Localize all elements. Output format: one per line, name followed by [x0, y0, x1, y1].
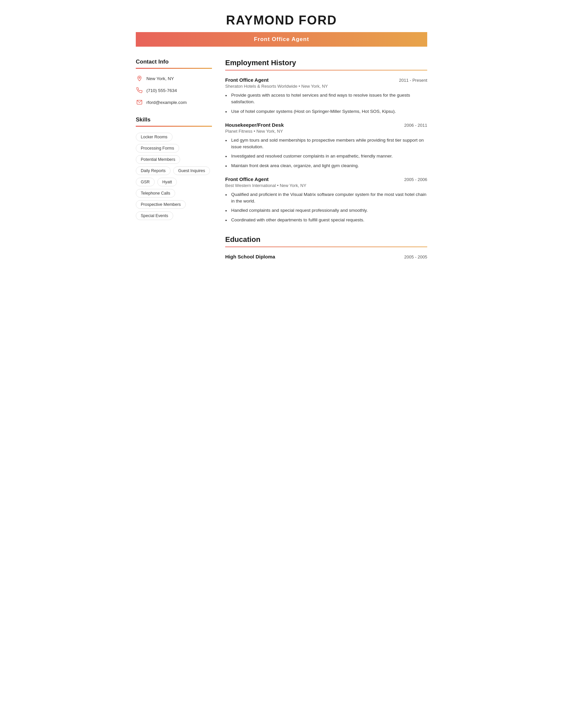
bullet-item: Led gym tours and sold memberships to pr… [225, 137, 427, 151]
skill-tag: Special Events [136, 211, 173, 220]
job-bullets: Qualified and proficient in the Visual M… [225, 191, 427, 223]
contact-phone: (710) 555-7634 [136, 87, 212, 94]
job-company: Best Western International • New York, N… [225, 183, 427, 188]
employment-section: Employment History Front Office Agent201… [225, 59, 427, 223]
skills-divider [136, 126, 212, 127]
skills-section: Skills Locker RoomsProcessing FormsPoten… [136, 116, 212, 220]
edu-date: 2005 - 2005 [404, 254, 427, 259]
job-entry: Housekeeper/Front Desk2006 - 2011Planet … [225, 122, 427, 169]
bullet-item: Qualified and proficient in the Visual M… [225, 191, 427, 205]
education-container: High School Diploma2005 - 2005 [225, 254, 427, 259]
skill-tags-container: Locker RoomsProcessing FormsPotential Me… [136, 133, 212, 220]
job-header: Housekeeper/Front Desk2006 - 2011 [225, 122, 427, 128]
phone-icon [136, 87, 143, 94]
contact-email: rford@example.com [136, 99, 212, 106]
education-divider [225, 247, 427, 247]
job-title: Housekeeper/Front Desk [225, 122, 284, 128]
skill-tag: Daily Reports [136, 166, 170, 175]
job-bullets: Led gym tours and sold memberships to pr… [225, 137, 427, 169]
job-title: Front Office Agent [225, 77, 268, 83]
skill-tag: Telephone Calls [136, 189, 175, 198]
bullet-item: Use of hotel computer systems (Host on S… [225, 108, 427, 115]
job-date: 2011 - Present [399, 78, 427, 83]
skill-tag: Hyatt [157, 178, 177, 186]
job-title-bar: Front Office Agent [136, 32, 427, 47]
edu-header: High School Diploma2005 - 2005 [225, 254, 427, 259]
email-icon [136, 99, 143, 106]
job-company: Planet Fitness • New York, NY [225, 129, 427, 134]
education-section-title: Education [225, 235, 427, 244]
education-section: Education High School Diploma2005 - 2005 [225, 235, 427, 259]
main-content: Employment History Front Office Agent201… [225, 59, 427, 271]
edu-degree: High School Diploma [225, 254, 275, 259]
job-date: 2005 - 2006 [404, 177, 427, 182]
job-entry: Front Office Agent2011 - PresentSheraton… [225, 77, 427, 115]
skill-tag: Prospective Members [136, 200, 186, 209]
svg-point-0 [139, 77, 140, 78]
job-header: Front Office Agent2005 - 2006 [225, 176, 427, 182]
sidebar: Contact Info New York, NY (710) 555-7634 [136, 59, 212, 271]
job-date: 2006 - 2011 [404, 123, 427, 128]
jobs-container: Front Office Agent2011 - PresentSheraton… [225, 77, 427, 223]
skill-tag: Guest Inquires [173, 166, 210, 175]
email-value: rford@example.com [146, 100, 187, 105]
bullet-item: Maintain front desk area clean, organize… [225, 162, 427, 169]
contact-section-title: Contact Info [136, 59, 212, 65]
job-header: Front Office Agent2011 - Present [225, 77, 427, 83]
employment-section-title: Employment History [225, 59, 427, 67]
bullet-item: Provide guests with access to hotel serv… [225, 92, 427, 106]
skill-tag: Potential Members [136, 155, 180, 164]
bullet-item: Investigated and resolved customer compl… [225, 153, 427, 159]
contact-location: New York, NY [136, 75, 212, 82]
contact-divider [136, 68, 212, 69]
skill-tag: Locker Rooms [136, 133, 172, 141]
job-bullets: Provide guests with access to hotel serv… [225, 92, 427, 115]
edu-entry: High School Diploma2005 - 2005 [225, 254, 427, 259]
skill-tag: GSR [136, 178, 155, 186]
location-icon [136, 75, 143, 82]
resume-name: RAYMOND FORD [136, 13, 427, 27]
skills-section-title: Skills [136, 116, 212, 123]
job-company: Sheraton Hotels & Resorts Worldwide • Ne… [225, 84, 427, 89]
bullet-item: Handled complaints and special request p… [225, 207, 427, 214]
phone-value: (710) 555-7634 [146, 88, 177, 93]
skill-tag: Processing Forms [136, 144, 179, 153]
employment-divider [225, 70, 427, 70]
bullet-item: Coordinated with other departments to fu… [225, 217, 427, 223]
job-entry: Front Office Agent2005 - 2006Best Wester… [225, 176, 427, 223]
location-value: New York, NY [146, 76, 174, 81]
job-title: Front Office Agent [225, 176, 268, 182]
